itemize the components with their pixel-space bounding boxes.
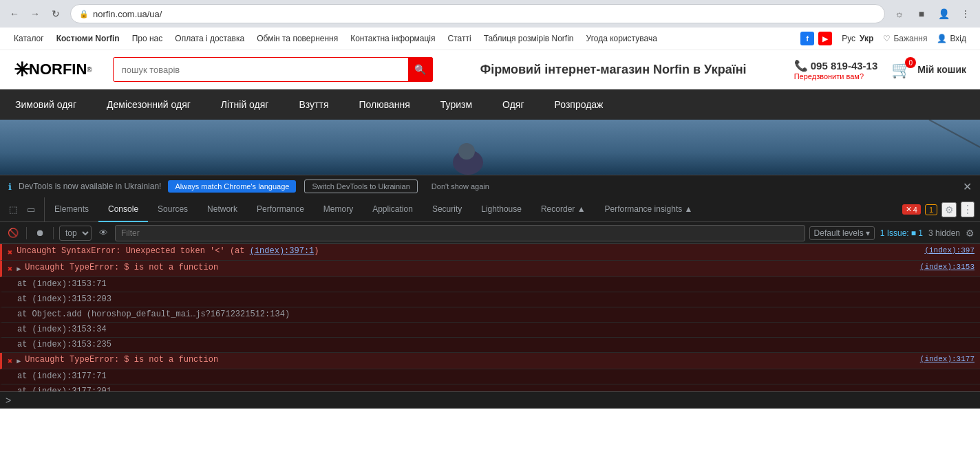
- tab-console[interactable]: Console: [98, 197, 148, 222]
- reload-button[interactable]: ↻: [47, 5, 65, 23]
- toolbar-separator-1: [26, 227, 27, 239]
- trace-link-7[interactable]: (index):3177:201: [32, 387, 111, 391]
- nav-sale[interactable]: Розпродаж: [540, 89, 619, 120]
- trace-link-5[interactable]: (index):3153:235: [32, 340, 111, 349]
- nav-terms[interactable]: Угода користувача: [586, 34, 657, 43]
- search-input[interactable]: [113, 57, 433, 82]
- facebook-icon[interactable]: f: [800, 32, 814, 45]
- nav-summer[interactable]: Літній одяг: [206, 89, 284, 120]
- hidden-count: 3 hidden: [928, 228, 960, 238]
- nav-contacts[interactable]: Контактна інформація: [350, 34, 435, 43]
- trace-link-4[interactable]: (index):3153:34: [32, 325, 107, 334]
- switch-language-button[interactable]: Switch DevTools to Ukrainian: [304, 180, 417, 193]
- tab-performance[interactable]: Performance: [247, 197, 314, 222]
- callback-link[interactable]: Передзвонити вам?: [794, 72, 878, 80]
- cart-block[interactable]: 🛒 0 Мій кошик: [891, 60, 966, 79]
- error-ref-3[interactable]: (index):3177: [920, 355, 974, 363]
- bookmark-button[interactable]: ☼: [891, 5, 908, 23]
- nav-delivery[interactable]: Оплата і доставка: [175, 34, 244, 43]
- nav-footwear[interactable]: Взуття: [284, 89, 343, 120]
- devtools-settings-button[interactable]: ⚙: [941, 202, 957, 217]
- extension-button[interactable]: ■: [913, 5, 930, 23]
- trace-line-2: at (index):3153:203: [0, 292, 980, 307]
- devtools-tab-right: ✕ 4 1 ⚙ ⋮: [897, 202, 980, 217]
- devtools-more-button[interactable]: ⋮: [961, 202, 974, 217]
- logo[interactable]: ✳ NORFIN ®: [14, 58, 92, 81]
- nav-clothes[interactable]: Одяг: [487, 89, 539, 120]
- nav-returns[interactable]: Обмін та повернення: [257, 34, 338, 43]
- tab-sources[interactable]: Sources: [148, 197, 198, 222]
- nav-about[interactable]: Про нас: [132, 34, 163, 43]
- tab-application[interactable]: Application: [363, 197, 423, 222]
- forward-button[interactable]: →: [26, 5, 44, 23]
- error-ref-1[interactable]: (index):397: [924, 246, 974, 254]
- default-levels-select[interactable]: Default levels ▾: [809, 226, 875, 240]
- heart-icon: ♡: [883, 34, 891, 43]
- toolbar-separator-2: [53, 227, 54, 239]
- search-button[interactable]: 🔍: [408, 57, 433, 82]
- console-error-1: ✖ Uncaught SyntaxError: Unexpected token…: [0, 244, 980, 261]
- trace-line-4: at (index):3153:34: [0, 323, 980, 338]
- notification-close[interactable]: ✕: [963, 180, 972, 193]
- context-select[interactable]: top: [59, 226, 92, 241]
- phone-icon: 📞: [794, 59, 808, 72]
- eye-button[interactable]: 👁: [96, 226, 111, 241]
- warn-badge: 1: [925, 204, 937, 215]
- error-badge: ✕ 4: [902, 204, 921, 215]
- nav-demi[interactable]: Демісезонний одяг: [92, 89, 206, 120]
- profile-button[interactable]: 👤: [935, 5, 952, 23]
- wishlist-button[interactable]: ♡ Бажання: [883, 34, 927, 43]
- trace-link-3[interactable]: horoshop_default_mai…js?16712321512:134: [92, 309, 285, 319]
- nav-size-table[interactable]: Таблиця розмірів Norfin: [484, 34, 574, 43]
- lang-ru[interactable]: Рус: [842, 34, 855, 43]
- trace-line-1: at (index):3153:71: [0, 277, 980, 292]
- stop-recording-button[interactable]: ⏺: [32, 226, 47, 241]
- console-input[interactable]: [15, 395, 974, 405]
- tab-lighthouse[interactable]: Lighthouse: [471, 197, 531, 222]
- svg-rect-0: [0, 120, 980, 175]
- address-bar[interactable]: 🔒 norfin.com.ua/ua/: [70, 4, 885, 23]
- tab-network[interactable]: Network: [198, 197, 247, 222]
- nav-winter[interactable]: Зимовий одяг: [0, 89, 92, 120]
- expand-icon-3[interactable]: ▶: [17, 357, 21, 365]
- error-text-2: Uncaught TypeError: $ is not a function: [25, 263, 916, 272]
- trace-link-6[interactable]: (index):3177:71: [32, 371, 107, 381]
- dont-show-button[interactable]: Don't show again: [425, 180, 496, 193]
- console-settings-icon[interactable]: ⚙: [966, 228, 974, 239]
- error-icon-3: ✖: [8, 356, 12, 367]
- issue-count: 1 Issue: ■ 1: [880, 228, 923, 238]
- trace-link-1[interactable]: (index):3153:71: [32, 279, 107, 289]
- error-icon-2: ✖: [8, 264, 12, 274]
- inspect-icon[interactable]: ⬚: [6, 202, 21, 217]
- filter-input[interactable]: [115, 225, 805, 241]
- nav-catalog[interactable]: Каталог: [14, 34, 44, 43]
- device-icon[interactable]: ▭: [23, 202, 39, 217]
- console-output: ✖ Uncaught SyntaxError: Unexpected token…: [0, 244, 980, 391]
- social-icons: f ▶: [800, 32, 832, 45]
- login-button[interactable]: 👤 Вхід: [937, 34, 966, 43]
- tab-elements[interactable]: Elements: [45, 197, 98, 222]
- clear-console-button[interactable]: 🚫: [6, 226, 21, 241]
- wishlist-label: Бажання: [893, 34, 927, 43]
- lang-ua[interactable]: Укр: [860, 34, 873, 43]
- browser-actions: ☼ ■ 👤 ⋮: [891, 5, 974, 23]
- youtube-icon[interactable]: ▶: [818, 32, 832, 45]
- logo-text: NORFIN: [29, 61, 87, 78]
- logo-registered: ®: [87, 66, 92, 74]
- tab-recorder[interactable]: Recorder ▲: [531, 197, 595, 222]
- expand-icon-2[interactable]: ▶: [17, 265, 21, 273]
- nav-costumes[interactable]: Костюми Norfin: [56, 34, 120, 43]
- match-language-button[interactable]: Always match Chrome's language: [168, 180, 296, 193]
- nav-articles[interactable]: Статті: [448, 34, 471, 43]
- trace-link-2[interactable]: (index):3153:203: [32, 294, 111, 304]
- error-link-1[interactable]: (index):397:1: [250, 246, 315, 256]
- more-options-button[interactable]: ⋮: [957, 5, 974, 23]
- back-button[interactable]: ←: [6, 5, 23, 23]
- tab-memory[interactable]: Memory: [314, 197, 363, 222]
- tab-security[interactable]: Security: [423, 197, 471, 222]
- nav-hunting[interactable]: Полювання: [343, 89, 425, 120]
- trace-text-7: at (index):3177:201: [17, 387, 974, 391]
- error-ref-2[interactable]: (index):3153: [920, 263, 974, 271]
- nav-tourism[interactable]: Туризм: [425, 89, 487, 120]
- tab-perf-insights[interactable]: Performance insights ▲: [595, 197, 703, 222]
